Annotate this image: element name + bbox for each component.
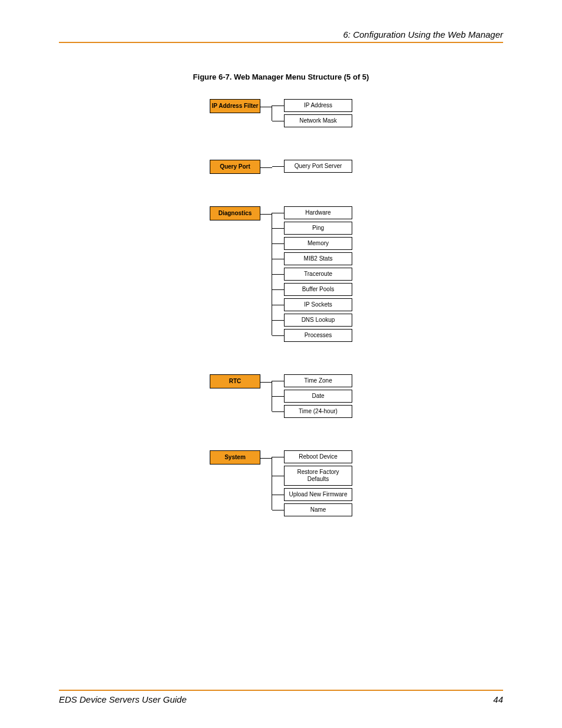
menu-child-box: Restore Factory Defaults (284, 466, 352, 486)
child-row: Processes (284, 329, 352, 342)
connector-line (260, 167, 272, 168)
children-column: Reboot DeviceRestore Factory DefaultsUpl… (284, 450, 352, 516)
menu-child-box: Upload New Firmware (284, 488, 352, 501)
child-row: Buffer Pools (284, 283, 352, 296)
child-row: DNS Lookup (284, 314, 352, 327)
diagram-area: IP Address FilterIP AddressNetwork MaskQ… (59, 99, 503, 549)
menu-child-box: Memory (284, 237, 352, 250)
children-wrap: Query Port Server (272, 160, 352, 173)
menu-child-box: Time (24-hour) (284, 405, 352, 418)
child-row: Time (24-hour) (284, 405, 352, 418)
child-row: Traceroute (284, 268, 352, 281)
child-connector (272, 335, 284, 336)
connector-line (260, 107, 272, 107)
menu-child-box: Network Mask (284, 114, 352, 127)
child-connector (272, 289, 284, 290)
child-connector (272, 381, 284, 381)
menu-parent-box: Query Port (210, 160, 260, 174)
child-row: Hardware (284, 206, 352, 219)
children-wrap: HardwarePingMemoryMIB2 StatsTracerouteBu… (272, 206, 352, 342)
child-row: Restore Factory Defaults (284, 466, 352, 486)
menu-parent-box: System (210, 450, 260, 465)
child-row: IP Sockets (284, 298, 352, 311)
menu-child-box: DNS Lookup (284, 314, 352, 327)
menu-group: IP Address FilterIP AddressNetwork Mask (210, 99, 352, 127)
child-row: Query Port Server (284, 160, 352, 173)
child-connector (272, 396, 284, 397)
child-connector (272, 320, 284, 321)
child-connector (272, 166, 284, 167)
child-connector (272, 213, 284, 213)
vertical-connector (272, 457, 272, 510)
children-wrap: Reboot DeviceRestore Factory DefaultsUpl… (272, 450, 352, 516)
child-connector (272, 274, 284, 275)
menu-child-box: Reboot Device (284, 450, 352, 463)
menu-child-box: Date (284, 390, 352, 403)
child-row: Reboot Device (284, 450, 352, 463)
children-column: HardwarePingMemoryMIB2 StatsTracerouteBu… (284, 206, 352, 342)
child-connector (272, 495, 284, 495)
children-wrap: Time ZoneDateTime (24-hour) (272, 374, 352, 418)
menu-child-box: Buffer Pools (284, 283, 352, 296)
connector-line (260, 382, 272, 383)
child-row: Time Zone (284, 374, 352, 387)
child-row: Memory (284, 237, 352, 250)
children-column: Query Port Server (284, 160, 352, 173)
child-row: Ping (284, 222, 352, 235)
menu-child-box: Hardware (284, 206, 352, 219)
children-wrap: IP AddressNetwork Mask (272, 99, 352, 127)
menu-group: SystemReboot DeviceRestore Factory Defau… (210, 450, 352, 516)
child-row: Network Mask (284, 114, 352, 127)
child-connector (272, 411, 284, 412)
child-connector (272, 259, 284, 259)
child-row: Name (284, 503, 352, 516)
menu-parent-box: IP Address Filter (210, 99, 260, 113)
child-connector (272, 228, 284, 229)
footer-guide-title: EDS Device Servers User Guide (59, 694, 187, 704)
children-column: IP AddressNetwork Mask (284, 99, 352, 127)
menu-child-box: MIB2 Stats (284, 252, 352, 265)
menu-group: DiagnosticsHardwarePingMemoryMIB2 StatsT… (210, 206, 352, 342)
child-row: Upload New Firmware (284, 488, 352, 501)
menu-child-box: IP Address (284, 99, 352, 112)
children-column: Time ZoneDateTime (24-hour) (284, 374, 352, 418)
connector-line (260, 214, 272, 215)
menu-group: RTCTime ZoneDateTime (24-hour) (210, 374, 352, 418)
footer-page-number: 44 (493, 694, 503, 704)
menu-parent-box: RTC (210, 374, 260, 388)
child-connector (272, 243, 284, 244)
figure-caption: Figure 6-7. Web Manager Menu Structure (… (59, 73, 503, 81)
connector-line (260, 458, 272, 459)
child-row: Date (284, 390, 352, 403)
child-connector (272, 121, 284, 121)
menu-child-box: Time Zone (284, 374, 352, 387)
menu-child-box: Traceroute (284, 268, 352, 281)
menu-child-box: Query Port Server (284, 160, 352, 173)
child-row: IP Address (284, 99, 352, 112)
menu-child-box: Processes (284, 329, 352, 342)
child-connector (272, 305, 284, 305)
child-row: MIB2 Stats (284, 252, 352, 265)
menu-parent-box: Diagnostics (210, 206, 260, 220)
chapter-title: 6: Configuration Using the Web Manager (59, 29, 503, 39)
menu-child-box: Name (284, 503, 352, 516)
page-footer: EDS Device Servers User Guide 44 (59, 690, 503, 704)
child-connector (272, 457, 284, 457)
child-connector (272, 476, 284, 476)
menu-child-box: IP Sockets (284, 298, 352, 311)
vertical-connector (272, 106, 272, 121)
child-connector (272, 510, 284, 510)
child-connector (272, 106, 284, 106)
menu-child-box: Ping (284, 222, 352, 235)
menu-group: Query PortQuery Port Server (210, 160, 352, 174)
